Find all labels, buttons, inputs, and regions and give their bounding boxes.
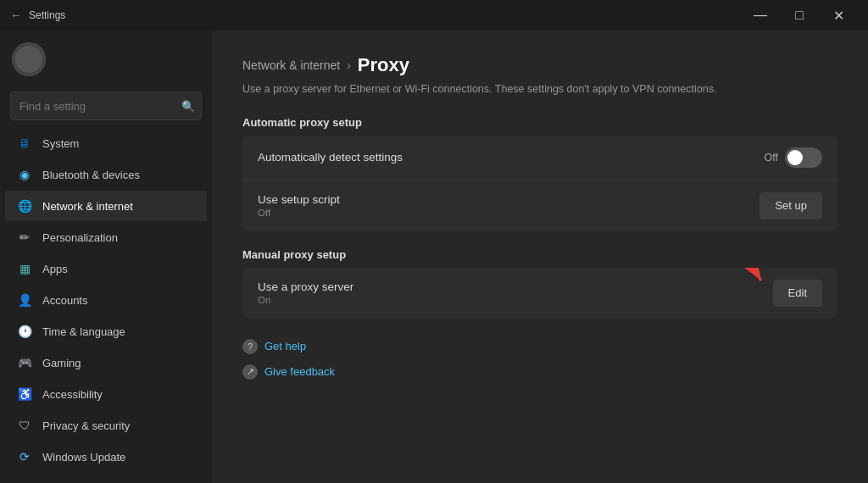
auto-detect-toggle-label: Off	[765, 152, 778, 164]
search-icon: 🔍	[181, 100, 195, 113]
red-arrow-annotation	[672, 268, 774, 293]
sidebar-item-label-update: Windows Update	[42, 451, 125, 464]
sidebar-item-time[interactable]: 🕐Time & language	[5, 316, 207, 347]
use-proxy-row: Use a proxy server On Edit	[242, 268, 837, 319]
network-icon: 🌐	[17, 198, 32, 214]
give-feedback-icon: ↗	[242, 364, 258, 380]
automatic-proxy-card: Automatically detect settings Off Use se…	[242, 136, 837, 231]
breadcrumb-separator: ›	[347, 58, 351, 72]
bluetooth-icon: ◉	[17, 167, 32, 182]
auto-detect-toggle-wrapper: Off	[765, 147, 822, 168]
get-help-icon: ?	[242, 339, 258, 354]
sidebar-item-system[interactable]: 🖥System	[5, 128, 207, 158]
title-bar-controls: — □ ✕	[741, 2, 858, 29]
avatar	[12, 42, 46, 76]
sidebar-item-update[interactable]: ⟳Windows Update	[5, 441, 207, 472]
sidebar-item-privacy[interactable]: 🛡Privacy & security	[5, 410, 207, 441]
use-proxy-info: Use a proxy server On	[258, 280, 353, 305]
get-help-link[interactable]: ? Get help	[242, 336, 837, 358]
accessibility-icon: ♿	[17, 386, 32, 402]
title-bar-title: Settings	[29, 9, 65, 21]
system-icon: 🖥	[17, 136, 32, 151]
sidebar-item-label-system: System	[42, 137, 79, 150]
app-body: 🔍 🖥System◉Bluetooth & devices🌐Network & …	[0, 31, 868, 483]
update-icon: ⟳	[17, 449, 32, 464]
title-bar-left: ← Settings	[10, 8, 65, 22]
apps-icon: ▦	[17, 261, 32, 276]
sidebar-item-accounts[interactable]: 👤Accounts	[5, 285, 207, 315]
user-profile	[0, 34, 212, 85]
back-button[interactable]: ←	[10, 8, 22, 22]
breadcrumb: Network & internet › Proxy	[242, 54, 837, 76]
setup-script-info: Use setup script Off	[258, 193, 340, 218]
sidebar-item-label-time: Time & language	[42, 325, 125, 338]
sidebar-item-label-gaming: Gaming	[42, 357, 81, 369]
page-description: Use a proxy server for Ethernet or Wi-Fi…	[242, 81, 837, 97]
manual-section-label: Manual proxy setup	[242, 248, 837, 261]
manual-proxy-card: Use a proxy server On Edit	[242, 268, 837, 319]
search-box: 🔍	[10, 92, 202, 120]
give-feedback-link[interactable]: ↗ Give feedback	[242, 361, 837, 383]
privacy-icon: 🛡	[17, 418, 32, 433]
sidebar-item-personalization[interactable]: ✏Personalization	[5, 222, 207, 253]
sidebar-item-bluetooth[interactable]: ◉Bluetooth & devices	[5, 159, 207, 190]
time-icon: 🕐	[17, 324, 32, 339]
sidebar-item-label-accessibility: Accessibility	[42, 388, 103, 401]
give-feedback-label: Give feedback	[264, 365, 335, 378]
svg-rect-1	[15, 46, 42, 73]
title-bar: ← Settings — □ ✕	[0, 0, 868, 31]
setup-script-button[interactable]: Set up	[760, 192, 822, 219]
setup-script-row: Use setup script Off Set up	[242, 180, 837, 231]
sidebar-item-accessibility[interactable]: ♿Accessibility	[5, 379, 207, 409]
sidebar-item-label-network: Network & internet	[42, 200, 133, 213]
toggle-thumb	[787, 150, 803, 165]
sidebar: 🔍 🖥System◉Bluetooth & devices🌐Network & …	[0, 31, 212, 483]
main-content: Network & internet › Proxy Use a proxy s…	[212, 31, 868, 483]
auto-detect-row: Automatically detect settings Off	[242, 136, 837, 180]
automatic-section-label: Automatic proxy setup	[242, 116, 837, 129]
maximize-button[interactable]: □	[780, 2, 819, 29]
sidebar-item-apps[interactable]: ▦Apps	[5, 253, 207, 284]
minimize-button[interactable]: —	[741, 2, 780, 29]
accounts-icon: 👤	[17, 292, 32, 308]
sidebar-item-gaming[interactable]: 🎮Gaming	[5, 347, 207, 378]
personalization-icon: ✏	[17, 230, 32, 245]
breadcrumb-parent: Network & internet	[242, 58, 340, 72]
sidebar-item-label-privacy: Privacy & security	[42, 419, 130, 432]
help-links: ? Get help ↗ Give feedback	[242, 336, 837, 383]
sidebar-item-network[interactable]: 🌐Network & internet	[5, 191, 207, 221]
search-input[interactable]	[10, 92, 202, 120]
sidebar-item-label-accounts: Accounts	[42, 294, 87, 307]
nav-list: 🖥System◉Bluetooth & devices🌐Network & in…	[0, 127, 212, 473]
auto-detect-label: Automatically detect settings	[258, 151, 403, 164]
sidebar-item-label-personalization: Personalization	[42, 231, 118, 244]
breadcrumb-current: Proxy	[358, 54, 409, 76]
sidebar-item-label-apps: Apps	[42, 263, 68, 275]
edit-proxy-button[interactable]: Edit	[773, 280, 822, 307]
close-button[interactable]: ✕	[819, 2, 858, 29]
get-help-label: Get help	[264, 340, 306, 353]
sidebar-item-label-bluetooth: Bluetooth & devices	[42, 169, 140, 181]
auto-detect-toggle[interactable]	[785, 147, 822, 168]
gaming-icon: 🎮	[17, 355, 32, 370]
